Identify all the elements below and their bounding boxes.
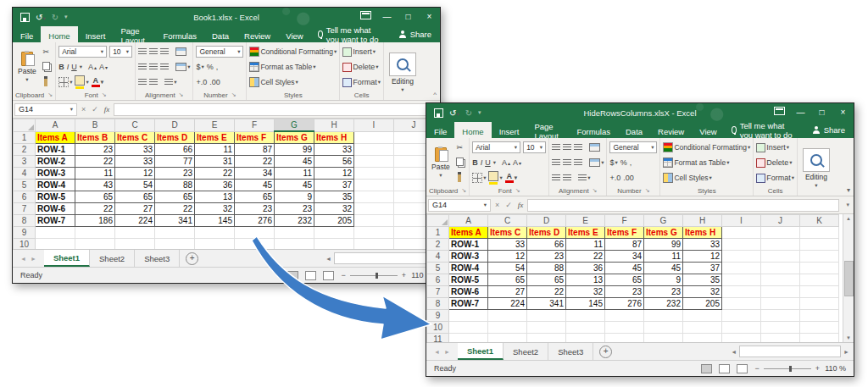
cell[interactable]: ROW-3: [449, 251, 488, 263]
cell[interactable]: [488, 310, 527, 322]
row-header-10[interactable]: 10: [427, 322, 449, 334]
format-as-table-button[interactable]: Format as Table▾: [249, 62, 315, 72]
row-header-4[interactable]: 4: [14, 168, 36, 180]
cell[interactable]: 31: [195, 156, 235, 168]
close-button[interactable]: ×: [419, 8, 440, 26]
column-header-A[interactable]: A: [449, 215, 488, 227]
select-all-corner[interactable]: [14, 119, 36, 132]
cell[interactable]: 65: [115, 191, 155, 203]
cell[interactable]: 33: [115, 156, 155, 168]
paste-button[interactable]: Paste▾: [15, 44, 39, 90]
qat-customize-button[interactable]: ▾: [478, 109, 481, 116]
font-dialog-launcher[interactable]: ↘: [515, 187, 520, 194]
cell[interactable]: Items C: [488, 227, 527, 239]
cell[interactable]: 99: [275, 144, 314, 156]
cell[interactable]: [761, 310, 800, 322]
row-header-1[interactable]: 1: [14, 131, 36, 144]
cell[interactable]: 34: [605, 251, 644, 263]
vertical-scrollbar[interactable]: ▲ ▼: [843, 214, 854, 342]
cell[interactable]: ROW-5: [449, 274, 488, 286]
column-header-A[interactable]: A: [36, 119, 75, 132]
column-header-D[interactable]: D: [527, 215, 566, 227]
cell[interactable]: [566, 310, 605, 322]
cell[interactable]: [195, 227, 235, 239]
tell-me-box[interactable]: Tell me what you want to do: [311, 26, 391, 42]
tab-page-layout[interactable]: Page Layout: [526, 122, 569, 138]
increase-decimal-button[interactable]: +.0: [196, 78, 207, 86]
conditional-formatting-button[interactable]: Conditional Formatting▾: [663, 142, 750, 152]
clipboard-dialog-launcher[interactable]: ↘: [47, 91, 53, 98]
column-header-C[interactable]: C: [488, 215, 527, 227]
cell[interactable]: 276: [605, 298, 644, 310]
format-cells-button[interactable]: Format▾: [756, 174, 794, 183]
shrink-font-button[interactable]: A▾: [99, 63, 108, 71]
cell[interactable]: [115, 227, 155, 239]
grow-font-button[interactable]: A▴: [502, 158, 510, 167]
cell[interactable]: Items F: [605, 227, 644, 239]
cell[interactable]: 65: [605, 274, 644, 286]
cell[interactable]: 23: [75, 144, 115, 156]
cut-button[interactable]: ✂: [42, 47, 49, 56]
cell[interactable]: 33: [683, 239, 722, 251]
cell[interactable]: 276: [235, 215, 275, 227]
cell[interactable]: [354, 131, 394, 144]
cell[interactable]: [75, 239, 115, 250]
scroll-up-icon[interactable]: ▲: [846, 216, 851, 221]
row-header-9[interactable]: 9: [14, 227, 36, 239]
cell[interactable]: [275, 239, 314, 250]
cell[interactable]: [36, 227, 75, 239]
wrap-text-button[interactable]: ▾: [578, 174, 590, 181]
cell[interactable]: 11: [566, 239, 605, 251]
cell[interactable]: 224: [115, 215, 155, 227]
cell[interactable]: 27: [488, 286, 527, 298]
cell[interactable]: [195, 239, 235, 250]
cell[interactable]: 22: [195, 168, 235, 180]
cell[interactable]: 11: [75, 168, 115, 180]
cell[interactable]: ROW-4: [36, 180, 75, 191]
horizontal-scrollbar[interactable]: [739, 346, 841, 357]
cell[interactable]: [527, 310, 566, 322]
cell[interactable]: 341: [527, 298, 566, 310]
row-header-3[interactable]: 3: [14, 156, 36, 168]
cell[interactable]: 12: [488, 251, 527, 263]
tell-me-box[interactable]: Tell me what you want to do: [725, 122, 804, 138]
cell[interactable]: [761, 274, 800, 286]
wrap-text-button[interactable]: ▾: [164, 79, 176, 86]
cell[interactable]: Items H: [314, 131, 354, 144]
ribbon-display-options-button[interactable]: [355, 8, 376, 26]
cell[interactable]: [155, 239, 195, 250]
bold-button[interactable]: B: [58, 63, 64, 71]
bold-button[interactable]: B: [472, 158, 478, 167]
cell[interactable]: [722, 263, 761, 274]
hscroll-right-icon[interactable]: ►: [843, 349, 849, 355]
sheet-nav-right-icon[interactable]: ►: [31, 256, 36, 262]
align-bottom-icon[interactable]: [160, 48, 169, 55]
tab-review[interactable]: Review: [236, 26, 278, 42]
align-middle-icon[interactable]: [149, 48, 158, 55]
column-header-H[interactable]: H: [314, 119, 354, 132]
tab-view[interactable]: View: [278, 26, 310, 42]
cell[interactable]: [800, 334, 839, 343]
editing-button[interactable]: Editing▾: [387, 44, 419, 100]
cell[interactable]: 45: [605, 263, 644, 274]
cell[interactable]: 37: [683, 263, 722, 274]
column-header-E[interactable]: E: [195, 119, 235, 132]
cell[interactable]: Items E: [566, 227, 605, 239]
cell[interactable]: [644, 334, 683, 343]
cell[interactable]: 88: [155, 180, 195, 191]
cell[interactable]: 45: [644, 263, 683, 274]
cell[interactable]: 12: [314, 168, 354, 180]
cell[interactable]: 88: [527, 263, 566, 274]
tab-home[interactable]: Home: [454, 122, 491, 138]
cell[interactable]: 205: [314, 215, 354, 227]
spreadsheet-grid[interactable]: ACDEFGHIJK1Items AItems CItems DItems EI…: [426, 214, 854, 342]
cell[interactable]: [800, 227, 839, 239]
cell[interactable]: 11: [644, 251, 683, 263]
zoom-in-button[interactable]: +: [402, 271, 406, 279]
cell[interactable]: 22: [75, 156, 115, 168]
zoom-out-button[interactable]: −: [341, 271, 345, 279]
cell[interactable]: [800, 322, 839, 334]
horizontal-scrollbar[interactable]: [334, 252, 436, 264]
cell[interactable]: [761, 251, 800, 263]
column-header-D[interactable]: D: [155, 119, 195, 132]
